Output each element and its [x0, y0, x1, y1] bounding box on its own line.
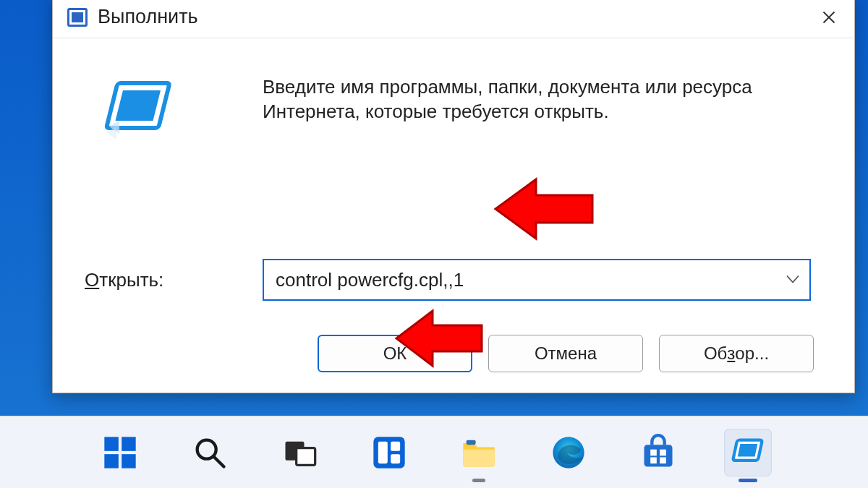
svg-rect-22 [650, 457, 657, 463]
close-icon [822, 10, 836, 25]
widgets-button[interactable] [365, 429, 413, 476]
run-title-icon [67, 8, 88, 27]
cancel-button[interactable]: Отмена [488, 335, 643, 372]
svg-rect-20 [650, 449, 657, 455]
svg-rect-4 [104, 437, 119, 451]
task-view-icon [281, 434, 318, 471]
browse-button[interactable]: Обзор... [659, 335, 814, 372]
titlebar: Выполнить [53, 0, 854, 38]
run-dialog: Выполнить Введите имя программы, папки, … [52, 0, 855, 393]
svg-rect-5 [122, 437, 136, 451]
ok-button[interactable]: ОК [318, 335, 472, 372]
file-explorer-button[interactable] [455, 429, 503, 476]
widgets-icon [370, 434, 408, 471]
run-icon [103, 76, 176, 141]
svg-rect-19 [644, 445, 673, 466]
edge-button[interactable] [545, 429, 592, 476]
svg-rect-6 [104, 454, 119, 468]
svg-rect-11 [297, 448, 315, 465]
start-button[interactable] [96, 429, 144, 476]
open-combobox[interactable] [263, 259, 811, 301]
button-row: ОК Отмена Обзор... [53, 335, 854, 372]
close-button[interactable] [804, 0, 854, 38]
svg-rect-14 [391, 441, 400, 450]
file-explorer-icon [460, 434, 498, 471]
svg-rect-12 [373, 437, 404, 468]
open-input[interactable] [276, 269, 776, 291]
search-icon [191, 434, 229, 471]
svg-rect-13 [378, 441, 388, 463]
open-label: Открыть: [75, 269, 241, 291]
run-icon [729, 434, 767, 471]
store-icon [639, 434, 677, 471]
taskbar [0, 416, 868, 488]
chevron-down-icon [786, 273, 799, 288]
edge-icon [550, 434, 587, 471]
svg-rect-23 [660, 457, 666, 463]
svg-rect-3 [116, 90, 161, 121]
windows-logo-icon [101, 434, 139, 471]
dialog-description: Введите имя программы, папки, документа … [263, 73, 811, 124]
search-button[interactable] [186, 429, 234, 476]
svg-line-9 [213, 456, 224, 466]
svg-rect-15 [391, 454, 400, 463]
svg-rect-7 [122, 454, 136, 468]
store-button[interactable] [634, 429, 682, 476]
svg-rect-16 [463, 449, 494, 466]
dialog-title: Выполнить [98, 6, 198, 28]
svg-rect-25 [738, 444, 758, 456]
run-taskbar-button[interactable] [724, 429, 772, 476]
svg-rect-21 [660, 449, 666, 455]
task-view-button[interactable] [276, 429, 323, 476]
svg-rect-17 [467, 440, 476, 445]
